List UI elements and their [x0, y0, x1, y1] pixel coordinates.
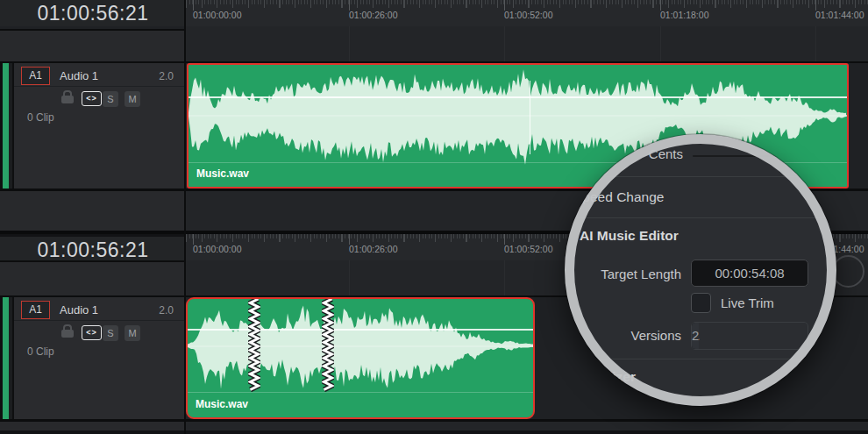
- top-track-format: 2.0: [139, 70, 174, 82]
- auto-select-icon[interactable]: <>: [82, 91, 102, 106]
- bottom-audio-clip[interactable]: Music.wav: [186, 297, 535, 419]
- waveform-zero-line: [188, 345, 533, 347]
- bottom-track-a1-badge[interactable]: A1: [21, 301, 50, 319]
- ruler-label: 01:00:52:00: [504, 10, 552, 20]
- lock-icon[interactable]: [61, 96, 74, 103]
- bottom-empty-row: [0, 262, 185, 295]
- ruler-label: 01:00:26:00: [349, 10, 397, 20]
- version-2-button[interactable]: 2: [692, 323, 699, 349]
- ruler-medium-ticks: [186, 0, 868, 8]
- live-trim-label: Live Trim: [721, 295, 774, 310]
- transient-line: [530, 81, 530, 154]
- target-length-field[interactable]: 00:00:54:08: [691, 260, 808, 287]
- magnifier-panel: Cents Speed Change AI Music Editor Targe…: [565, 134, 836, 406]
- dial-knob[interactable]: [832, 255, 864, 288]
- top-clip-name: Music.wav: [196, 167, 249, 180]
- clip-label-band-line: [188, 392, 533, 393]
- versions-segmented-control: 1 2: [691, 322, 808, 350]
- ruler-label: 01:01:44:00: [815, 10, 864, 20]
- audio-timeline-app: 01:00:56:21 01:00:00:00 01:00:26:00 01:0…: [0, 0, 868, 434]
- ruler-label: 01:00:26:00: [349, 244, 397, 254]
- volume-automation-line[interactable]: [189, 96, 847, 98]
- section-divider: [575, 217, 828, 218]
- ruler-label: 01:00:00:00: [193, 10, 241, 20]
- bottom-track-format: 2.0: [139, 304, 174, 317]
- solo-button[interactable]: S: [103, 325, 118, 341]
- track-color-strip: [3, 297, 9, 419]
- volume-automation-line[interactable]: [188, 329, 533, 331]
- section-divider: [580, 176, 822, 177]
- bottom-empty-lane: [186, 422, 868, 430]
- mute-button[interactable]: M: [125, 325, 140, 341]
- bottom-edge: [0, 430, 868, 434]
- track-color-strip: [3, 63, 9, 189]
- solo-button[interactable]: S: [103, 91, 118, 107]
- top-empty-row: [0, 191, 185, 231]
- bottom-clip-count: 0 Clip: [27, 345, 54, 358]
- auto-select-icon[interactable]: <>: [82, 325, 102, 340]
- bottom-empty-row: [0, 422, 185, 430]
- panel-divider: [184, 0, 186, 434]
- top-timeline-ruler[interactable]: 01:00:00:00 01:00:26:00 01:00:52:00 01:0…: [186, 0, 868, 26]
- target-length-label: Target Length: [577, 267, 681, 281]
- header-subdivider: [14, 86, 186, 87]
- mute-button[interactable]: M: [125, 91, 140, 107]
- bottom-track-name[interactable]: Audio 1: [60, 303, 98, 317]
- ai-music-editor-header[interactable]: AI Music Editor: [580, 228, 679, 244]
- section-divider: [587, 359, 824, 359]
- top-track-a1-badge[interactable]: A1: [21, 67, 50, 85]
- top-track-name[interactable]: Audio 1: [60, 69, 98, 82]
- top-clip-count: 0 Clip: [27, 111, 54, 124]
- top-timecode-display[interactable]: 01:00:56:21: [0, 0, 186, 26]
- bottom-clip-name: Music.wav: [196, 398, 248, 410]
- top-empty-row: [0, 31, 185, 61]
- trim-zigzag-icon: [248, 299, 260, 392]
- bottom-timecode-display[interactable]: 01:00:56:21: [0, 237, 186, 263]
- ruler-label: 01:01:18:00: [660, 10, 708, 20]
- header-subdivider: [14, 320, 186, 321]
- top-empty-lane: [186, 26, 868, 61]
- ruler-label: 01:00:00:00: [193, 244, 241, 254]
- lock-icon[interactable]: [61, 330, 74, 338]
- live-trim-checkbox[interactable]: [691, 293, 711, 313]
- versions-label: Versions: [577, 328, 681, 343]
- ruler-label: 01:00:52:00: [504, 244, 552, 254]
- waveform-zero-line: [189, 115, 847, 117]
- trim-zigzag-icon: [322, 299, 334, 392]
